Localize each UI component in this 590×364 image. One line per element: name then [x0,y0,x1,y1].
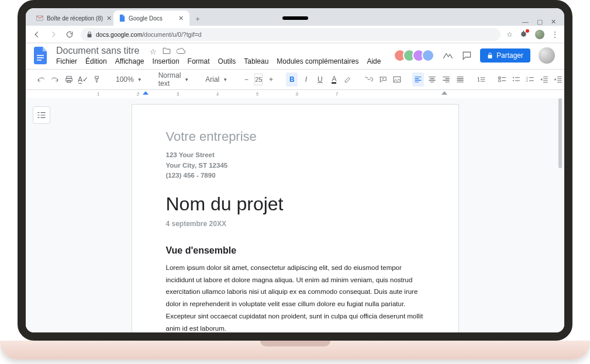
align-left-button[interactable] [412,72,424,86]
svg-text:2: 2 [526,79,528,82]
browser-tab-docs[interactable]: Google Docs ✕ [113,11,189,26]
close-tab-icon[interactable]: ✕ [106,15,112,22]
svg-point-12 [513,77,514,78]
docs-titlebar: Document sans titre ☆ Fichier [26,43,564,65]
extensions-icon[interactable] [520,30,528,39]
spellcheck-button[interactable]: A̲✓ [77,72,89,86]
move-folder-icon[interactable] [163,47,171,56]
browser-profile-avatar[interactable] [535,30,544,39]
menu-view[interactable]: Affichage [115,57,144,65]
undo-button[interactable] [35,72,47,86]
body-paragraph[interactable]: Lorem ipsum dolor sit amet, consectetur … [166,262,425,332]
new-tab-button[interactable]: ＋ [191,12,205,26]
menu-tools[interactable]: Outils [218,57,236,65]
document-page[interactable]: Votre entreprise 123 Your Street Your Ci… [132,104,459,332]
svg-rect-7 [66,79,73,82]
font-size-input[interactable]: 25 [254,74,263,85]
svg-rect-11 [499,80,501,82]
show-outline-button[interactable] [33,106,50,124]
laptop-notch [260,341,330,346]
font-size-increase[interactable]: + [265,72,277,86]
bold-button[interactable]: B [286,72,298,86]
align-right-button[interactable] [440,72,452,86]
menu-table[interactable]: Tableau [244,57,268,65]
insert-image-button[interactable] [391,72,403,86]
document-canvas[interactable]: Votre entreprise 123 Your Street Your Ci… [26,98,564,332]
nav-reload-button[interactable] [64,29,75,40]
right-indent-marker-icon[interactable] [441,91,447,97]
align-justify-button[interactable] [454,72,466,86]
menu-help[interactable]: Aide [367,57,381,65]
menu-edit[interactable]: Édition [85,57,107,65]
close-tab-icon[interactable]: ✕ [178,15,184,22]
comments-icon[interactable] [461,51,472,60]
lock-icon [87,31,92,38]
browser-tab-gmail[interactable]: Boîte de réception (8) ✕ [30,11,112,26]
phone-line[interactable]: (123) 456 - 7890 [166,171,425,181]
company-name[interactable]: Votre entreprise [166,129,425,144]
menu-insert[interactable]: Insertion [153,57,180,65]
numbered-list-button[interactable]: 12 [525,72,536,86]
document-date[interactable]: 4 septembre 20XX [166,220,425,228]
svg-rect-4 [37,60,42,61]
print-button[interactable] [63,72,75,86]
tab-label: Google Docs [129,15,163,22]
nav-forward-button[interactable] [48,29,58,40]
collaborator-avatars[interactable] [397,49,434,62]
url-input[interactable]: docs.google.com/document/u/0/?tgif=d [81,28,501,41]
lock-icon [487,52,493,59]
browser-menu-icon[interactable]: ⋮ [551,30,558,39]
notification-dot-icon [526,29,529,33]
checklist-button[interactable] [496,72,508,86]
window-close-icon[interactable]: ✕ [551,18,556,26]
font-family-select[interactable]: Arial▼ [202,72,231,86]
project-title[interactable]: Nom du projet [166,193,425,215]
street-line[interactable]: 123 Your Street [166,150,425,160]
menu-format[interactable]: Format [188,57,210,65]
svg-point-13 [513,80,514,81]
font-size-decrease[interactable]: − [240,72,252,86]
highlight-color-button[interactable] [342,72,354,86]
increase-indent-button[interactable] [553,72,564,86]
bulleted-list-button[interactable] [510,72,522,86]
bookmark-star-icon[interactable]: ☆ [506,30,513,39]
menu-file[interactable]: Fichier [56,57,77,65]
docs-logo-icon[interactable] [32,46,50,65]
laptop-camera [282,16,308,20]
menu-addons[interactable]: Modules complémentaires [277,57,358,65]
insert-comment-button[interactable] [377,72,389,86]
formatting-toolbar: A̲✓ 100%▼ Normal text▼ Arial▼ − 25 + [26,69,564,90]
url-host: docs.google.com [96,31,142,38]
line-spacing-button[interactable] [475,72,487,86]
paragraph-style-select[interactable]: Normal text▼ [155,72,193,86]
horizontal-ruler[interactable]: 1 2 3 4 5 6 7 [26,90,564,98]
redo-button[interactable] [49,72,61,86]
share-button[interactable]: Partager [480,48,530,63]
activity-icon[interactable] [443,51,453,60]
text-color-button[interactable]: A [328,72,340,86]
section-heading[interactable]: Vue d'ensemble [166,245,425,256]
decrease-indent-button[interactable] [539,72,550,86]
align-center-button[interactable] [426,72,438,86]
clear-formatting-button[interactable]: T✕ [567,72,572,86]
scrollbar-thumb[interactable] [558,98,562,168]
url-path: /document/u/0/?tgif=d [142,31,201,38]
nav-back-button[interactable] [32,29,42,40]
window-minimize-icon[interactable]: — [522,18,529,26]
italic-button[interactable]: I [300,72,312,86]
city-line[interactable]: Your City, ST 12345 [166,161,425,171]
star-icon[interactable]: ☆ [150,47,157,56]
insert-link-button[interactable] [363,72,375,86]
vertical-scrollbar[interactable] [557,98,563,332]
zoom-select[interactable]: 100%▼ [112,72,146,86]
cloud-status-icon[interactable] [177,47,186,56]
svg-rect-3 [37,57,44,58]
account-avatar[interactable] [539,47,555,64]
window-maximize-icon[interactable]: ▢ [537,18,543,26]
svg-rect-2 [37,55,44,56]
underline-button[interactable]: U [314,72,326,86]
document-title[interactable]: Document sans titre [56,46,139,56]
docs-favicon-icon [119,15,125,22]
share-label: Partager [496,51,523,60]
paint-format-button[interactable] [91,72,103,86]
